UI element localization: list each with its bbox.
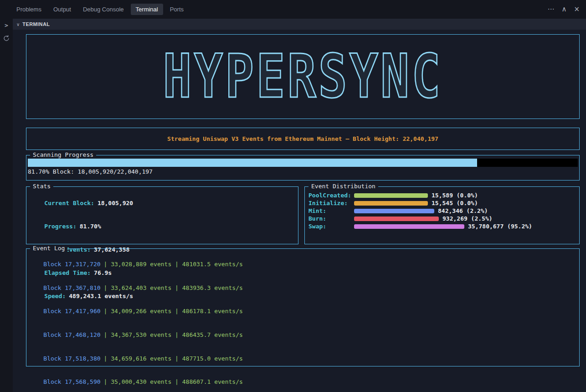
tab-output[interactable]: Output [48, 4, 76, 15]
progress-fill [28, 159, 477, 167]
distribution-bar [354, 201, 428, 206]
stat-row: Current Block:18,005,920 [30, 191, 298, 215]
panel-tabbar: Problems Output Debug Console Terminal P… [0, 0, 586, 19]
stat-label: Current Block: [44, 200, 94, 206]
panel-tabs: Problems Output Debug Console Terminal P… [11, 4, 190, 15]
chevron-right-icon[interactable]: > [5, 22, 8, 29]
distribution-row: Burn: 932,269 (2.5%) [308, 215, 579, 222]
log-events-text: | 34,009,266 events | 486178.1 events/s [104, 308, 243, 315]
distribution-row: Mint: 842,346 (2.2%) [308, 207, 579, 215]
log-block-text: Block 17,317,720 [43, 261, 100, 268]
sync-icon[interactable] [3, 35, 10, 42]
terminal-output[interactable]: HYPERSYNC Streaming Uniswap V3 Events fr… [13, 30, 586, 392]
distribution-box: Event Distribution PoolCreated: 15,589 (… [304, 186, 580, 244]
vscode-panel-window: Problems Output Debug Console Terminal P… [0, 0, 586, 392]
log-events-text: | 33,028,889 events | 481031.5 events/s [104, 261, 243, 268]
terminal-panel-header: ∨ TERMINAL [13, 19, 586, 30]
stat-label: Progress: [44, 223, 76, 230]
log-events-text: | 33,624,403 events | 483936.3 events/s [104, 284, 243, 291]
log-row: Block 17,518,380| 34,659,616 events | 48… [29, 346, 579, 370]
stats-box-title: Stats [30, 183, 53, 190]
log-block-text: Block 17,367,810 [43, 284, 100, 291]
log-block-text: Block 17,568,590 [43, 378, 100, 385]
progress-box: Scanning Progress 81.70% Block: 18,005,9… [26, 155, 580, 181]
maximize-panel-icon[interactable]: ∧ [561, 6, 566, 13]
distribution-row: PoolCreated: 15,589 (0.0%) [308, 191, 579, 199]
progress-box-title: Scanning Progress [30, 151, 96, 158]
subtitle-box: Streaming Uniswap V3 Events from Ethereu… [26, 128, 580, 150]
distribution-label: PoolCreated: [308, 192, 354, 199]
stats-box: Stats Current Block:18,005,920 Progress:… [26, 186, 298, 244]
stat-value: 18,005,920 [98, 200, 133, 206]
progress-label: 81.70% Block: 18,005,920/22,040,197 [28, 168, 578, 175]
distribution-label: Initialize: [308, 200, 354, 206]
stats-distribution-row: Stats Current Block:18,005,920 Progress:… [26, 186, 580, 244]
terminal-panel-title: TERMINAL [22, 21, 50, 27]
banner-text: HYPERSYNC [163, 42, 443, 112]
panel-body: > ∨ TERMINAL HYPERSYNC Streaming Uniswap… [0, 19, 586, 392]
log-block-text: Block 17,518,380 [43, 355, 100, 362]
log-events-text: | 35,000,430 events | 488607.1 events/s [104, 378, 243, 385]
tab-terminal[interactable]: Terminal [131, 4, 163, 15]
terminal-column: ∨ TERMINAL HYPERSYNC Streaming Uniswap V… [13, 19, 586, 392]
distribution-row: Swap: 35,780,677 (95.2%) [308, 222, 579, 230]
distribution-label: Mint: [308, 207, 354, 214]
event-log-box: Event Log Block 17,317,720| 33,028,889 e… [26, 248, 580, 366]
distribution-value: 15,589 (0.0%) [432, 192, 478, 199]
stat-row: Progress:81.70% [30, 215, 298, 238]
log-events-text: | 34,367,530 events | 486435.7 events/s [104, 331, 243, 338]
log-row: Block 17,317,720| 33,028,889 events | 48… [29, 253, 579, 276]
log-block-text: Block 17,468,120 [43, 331, 100, 338]
tab-debug-console[interactable]: Debug Console [78, 4, 129, 15]
distribution-value: 35,780,677 (95.2%) [468, 223, 532, 230]
progress-bar [28, 159, 578, 167]
chevron-down-icon[interactable]: ∨ [16, 22, 20, 27]
subtitle-text: Streaming Uniswap V3 Events from Ethereu… [167, 135, 438, 142]
banner-box: HYPERSYNC [26, 34, 580, 119]
distribution-bar [354, 193, 428, 198]
distribution-row: Initialize: 15,545 (0.0%) [308, 199, 579, 207]
distribution-bar [354, 209, 434, 213]
log-block-text: Block 17,417,960 [43, 308, 100, 315]
log-row: Block 17,468,120| 34,367,530 events | 48… [29, 323, 579, 347]
distribution-bar [354, 217, 439, 221]
panel-actions: ⋯ ∧ × [547, 6, 580, 13]
event-log-rows: Block 17,317,720| 33,028,889 events | 48… [29, 253, 579, 392]
log-row: Block 17,417,960| 34,009,266 events | 48… [29, 299, 579, 323]
distribution-value: 932,269 (2.5%) [442, 215, 493, 222]
distribution-label: Burn: [308, 215, 354, 222]
tab-ports[interactable]: Ports [165, 4, 189, 15]
event-log-box-title: Event Log [30, 245, 67, 252]
distribution-box-title: Event Distribution [308, 183, 378, 190]
stat-value: 81.70% [80, 223, 101, 230]
log-row: Block 17,367,810| 33,624,403 events | 48… [29, 276, 579, 300]
distribution-label: Swap: [308, 223, 354, 230]
log-events-text: | 34,659,616 events | 487715.0 events/s [104, 355, 243, 362]
distribution-value: 15,545 (0.0%) [432, 200, 478, 206]
close-panel-icon[interactable]: × [574, 6, 580, 13]
terminal-gutter: > [0, 19, 13, 392]
distribution-bar [354, 224, 464, 229]
log-row: Block 17,568,590| 35,000,430 events | 48… [29, 370, 579, 392]
distribution-rows: PoolCreated: 15,589 (0.0%) Initialize: 1… [308, 191, 579, 230]
tab-problems[interactable]: Problems [11, 4, 46, 15]
more-actions-icon[interactable]: ⋯ [547, 6, 554, 13]
distribution-value: 842,346 (2.2%) [438, 207, 488, 214]
